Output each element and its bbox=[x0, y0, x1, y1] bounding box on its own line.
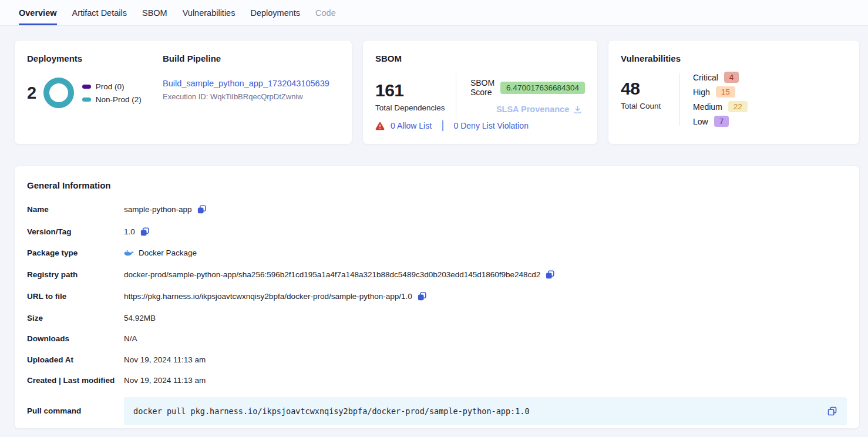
vulnerabilities-total-label: Total Count bbox=[621, 102, 679, 110]
downloads-value: N/A bbox=[124, 334, 137, 343]
docker-icon bbox=[124, 249, 134, 257]
info-row-name: Name sample-python-app bbox=[27, 204, 847, 214]
deployments-total-count: 2 bbox=[27, 83, 36, 103]
info-row-registry-path: Registry path docker-prod/sample-python-… bbox=[27, 270, 847, 280]
severity-label: High bbox=[693, 88, 710, 97]
severity-label: Critical bbox=[693, 73, 718, 82]
sbom-title: SBOM bbox=[375, 53, 585, 63]
uploaded-at-value: Nov 19, 2024 11:13 am bbox=[124, 355, 206, 364]
execution-id-text: Execution ID: WqkTiIbBRqecQrpDtZwniw bbox=[163, 92, 339, 101]
nonprod-swatch-icon bbox=[82, 98, 91, 102]
severity-label: Medium bbox=[693, 102, 722, 112]
download-icon bbox=[573, 105, 582, 114]
legend-item-nonprod: Non-Prod (2) bbox=[82, 95, 142, 104]
severity-count-badge: 15 bbox=[716, 86, 735, 98]
severity-label: Low bbox=[693, 117, 708, 126]
summary-cards-row: Deployments 2 Prod (0) Non-Prod (2) bbox=[14, 40, 860, 144]
info-label: URL to file bbox=[27, 292, 124, 301]
info-label: Downloads bbox=[27, 334, 124, 343]
sbom-card: SBOM 161 Total Dependencies SBOM Score 6… bbox=[362, 40, 598, 144]
info-label: Pull command bbox=[27, 406, 124, 415]
sbom-score-label: SBOM Score bbox=[470, 78, 494, 97]
policy-links-separator bbox=[442, 120, 443, 131]
deployments-summary: 2 Prod (0) Non-Prod (2) bbox=[27, 78, 163, 108]
sbom-score-badge: 6.470017636684304 bbox=[500, 82, 585, 94]
deployments-section: Deployments 2 Prod (0) Non-Prod (2) bbox=[27, 53, 163, 131]
sbom-total-count: 161 bbox=[375, 80, 456, 100]
severity-list: Critical 4 High 15 Medium 22 Low 7 bbox=[680, 72, 748, 127]
vulnerabilities-total-count: 48 bbox=[621, 79, 679, 99]
severity-row-high: High 15 bbox=[693, 86, 748, 98]
created-modified-value: Nov 19, 2024 11:13 am bbox=[124, 376, 206, 385]
info-row-created-modified: Created | Last modified Nov 19, 2024 11:… bbox=[27, 376, 847, 385]
prod-swatch-icon bbox=[82, 85, 91, 89]
build-pipeline-link[interactable]: Build_sample_python_app_1732043105639 bbox=[163, 79, 329, 88]
deployments-card: Deployments 2 Prod (0) Non-Prod (2) bbox=[14, 40, 352, 144]
info-label: Registry path bbox=[27, 270, 124, 279]
info-row-pull-command: Pull command docker pull pkg.harness.io/… bbox=[27, 397, 847, 425]
legend-label-prod: Prod (0) bbox=[96, 82, 125, 91]
legend-item-prod: Prod (0) bbox=[82, 82, 142, 91]
severity-row-medium: Medium 22 bbox=[693, 101, 748, 112]
info-row-size: Size 54.92MB bbox=[27, 314, 847, 322]
tab-vulnerabilities[interactable]: Vulnerabilities bbox=[183, 0, 235, 25]
info-row-version: Version/Tag 1.0 bbox=[27, 227, 847, 237]
info-label: Size bbox=[27, 314, 124, 322]
copy-icon bbox=[140, 227, 150, 237]
severity-row-low: Low 7 bbox=[693, 116, 748, 127]
copy-outline-icon bbox=[827, 406, 837, 416]
vulnerabilities-title: Vulnerabilities bbox=[621, 53, 847, 63]
allow-list-link[interactable]: 0 Allow List bbox=[391, 121, 432, 130]
tab-deployments[interactable]: Deployments bbox=[250, 0, 300, 25]
sbom-total-block: 161 Total Dependencies bbox=[375, 80, 456, 112]
vulnerabilities-total-block: 48 Total Count bbox=[621, 72, 679, 127]
registry-path-value: docker-prod/sample-python-app/sha256:596… bbox=[124, 270, 540, 279]
general-information-title: General Information bbox=[27, 180, 847, 190]
sbom-score-block: SBOM Score 6.470017636684304 SLSA Proven… bbox=[456, 78, 585, 114]
url-to-file-value: https://pkg.harness.io/ikpsjoavtcwxnqisy… bbox=[124, 292, 412, 301]
sbom-policy-row: 0 Allow List 0 Deny List Violation bbox=[375, 120, 585, 131]
copy-icon bbox=[417, 291, 427, 301]
tab-overview[interactable]: Overview bbox=[19, 0, 57, 25]
package-type-value: Docker Package bbox=[139, 248, 197, 257]
slsa-provenance-link[interactable]: SLSA Provenance bbox=[496, 105, 585, 114]
deny-list-link[interactable]: 0 Deny List Violation bbox=[454, 121, 529, 130]
tab-sbom[interactable]: SBOM bbox=[142, 0, 167, 25]
vulnerabilities-card: Vulnerabilities 48 Total Count Critical … bbox=[608, 40, 860, 144]
slsa-provenance-label: SLSA Provenance bbox=[496, 105, 569, 114]
info-label: Uploaded At bbox=[27, 355, 124, 364]
vulnerabilities-body: 48 Total Count Critical 4 High 15 Medium bbox=[621, 72, 847, 127]
info-row-downloads: Downloads N/A bbox=[27, 334, 847, 343]
info-label: Package type bbox=[27, 248, 124, 257]
legend-label-nonprod: Non-Prod (2) bbox=[96, 95, 142, 104]
copy-registry-path-button[interactable] bbox=[545, 270, 555, 280]
page-content: Deployments 2 Prod (0) Non-Prod (2) bbox=[0, 26, 868, 429]
info-row-uploaded-at: Uploaded At Nov 19, 2024 11:13 am bbox=[27, 355, 847, 364]
pull-command-text: docker pull pkg.harness.io/ikpsjoavtcwxn… bbox=[133, 406, 530, 416]
tab-bar: Overview Artifact Details SBOM Vulnerabi… bbox=[0, 0, 868, 26]
copy-pull-command-button[interactable] bbox=[827, 406, 837, 416]
warning-icon bbox=[375, 122, 385, 130]
general-information-card: General Information Name sample-python-a… bbox=[14, 166, 860, 429]
info-label: Created | Last modified bbox=[27, 376, 124, 385]
version-tag-value: 1.0 bbox=[124, 227, 135, 236]
deployments-title: Deployments bbox=[27, 53, 163, 63]
info-label: Name bbox=[27, 205, 124, 214]
build-pipeline-title: Build Pipeline bbox=[163, 53, 339, 63]
size-value: 54.92MB bbox=[124, 314, 156, 322]
copy-version-button[interactable] bbox=[140, 227, 150, 237]
sbom-body: 161 Total Dependencies SBOM Score 6.4700… bbox=[375, 72, 585, 120]
build-pipeline-section: Build Pipeline Build_sample_python_app_1… bbox=[163, 53, 339, 131]
copy-name-button[interactable] bbox=[197, 204, 207, 214]
sbom-score-row: SBOM Score 6.470017636684304 bbox=[470, 78, 585, 97]
artifact-name-value: sample-python-app bbox=[124, 205, 192, 214]
severity-count-badge: 4 bbox=[724, 72, 739, 83]
severity-row-critical: Critical 4 bbox=[693, 72, 748, 83]
deployments-donut-chart bbox=[43, 78, 74, 108]
info-row-url: URL to file https://pkg.harness.io/ikpsj… bbox=[27, 291, 847, 301]
tab-artifact-details[interactable]: Artifact Details bbox=[72, 0, 127, 25]
copy-url-button[interactable] bbox=[417, 291, 427, 301]
severity-count-badge: 7 bbox=[714, 116, 729, 127]
sbom-total-label: Total Dependencies bbox=[375, 103, 456, 112]
copy-icon bbox=[197, 204, 207, 214]
